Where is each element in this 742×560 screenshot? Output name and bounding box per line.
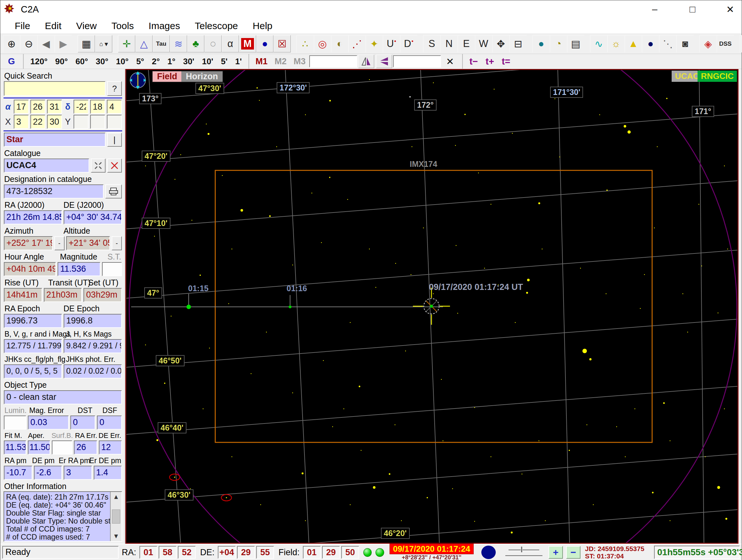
menu-item-file[interactable]: File <box>7 20 38 31</box>
earth-map-icon[interactable]: ● <box>532 35 550 52</box>
ccd-frame-icon[interactable]: ◈ <box>699 35 717 52</box>
fov-preset-1deg[interactable]: 1° <box>164 57 179 66</box>
de-digit-box[interactable]: +04 <box>218 546 236 559</box>
time-step-button-−[interactable]: t− <box>466 56 482 67</box>
scroll-down-icon[interactable]: ▼ <box>113 531 119 541</box>
fov-preset-60deg[interactable]: 60° <box>72 57 92 66</box>
flip-horizontal-icon[interactable] <box>358 55 374 68</box>
delta-coord-input[interactable] <box>107 100 122 114</box>
x-coord-input[interactable] <box>47 115 62 129</box>
satellites-icon[interactable]: ⋱ <box>659 35 677 52</box>
tab-horizon[interactable]: Horizon <box>181 71 223 82</box>
delta-coord-input[interactable] <box>90 100 105 114</box>
sun-icon[interactable]: ☼ <box>607 35 625 52</box>
time-speed-slider[interactable] <box>503 546 544 559</box>
crossed-frame-icon[interactable]: ☒ <box>273 35 291 52</box>
delta-coord-input[interactable] <box>73 100 89 114</box>
zoom-in-icon[interactable]: ⊕ <box>3 35 20 52</box>
maximize-button[interactable]: □ <box>685 4 699 15</box>
object-goto-input[interactable] <box>393 55 441 67</box>
minimize-button[interactable]: – <box>648 4 662 15</box>
variable-stars-icon[interactable]: ∿ <box>590 35 607 52</box>
grid-icon[interactable]: ▦ <box>78 35 95 52</box>
de-digit-box[interactable]: 55 <box>256 546 274 559</box>
tab-field[interactable]: Field <box>152 71 182 82</box>
direction-south-icon[interactable]: S <box>423 35 440 52</box>
time-plus-button[interactable]: + <box>548 546 563 559</box>
direction-west-icon[interactable]: W <box>475 35 492 52</box>
time-step-button-=[interactable]: t= <box>498 56 514 67</box>
menu-item-edit[interactable]: Edit <box>38 20 69 31</box>
moon-phase-icon[interactable]: ◐ <box>331 35 348 52</box>
ra-digit-box[interactable]: 52 <box>178 546 196 559</box>
menu-item-telescope[interactable]: Telescope <box>188 20 245 31</box>
uranus-icon[interactable]: U● <box>383 35 400 52</box>
constellation-lines-icon[interactable]: △ <box>135 35 153 52</box>
greek-letters-icon[interactable]: α <box>222 35 239 52</box>
y-coord-input[interactable] <box>90 115 105 129</box>
double-stars-icon[interactable]: ∴ <box>297 35 314 52</box>
alpha-coord-input[interactable] <box>14 100 29 114</box>
comets-icon[interactable]: ✦ <box>366 35 383 52</box>
search-help-button[interactable]: ? <box>107 81 122 96</box>
fov-preset-90deg[interactable]: 90° <box>52 57 72 66</box>
previous-object-button[interactable] <box>91 159 106 173</box>
direction-north-icon[interactable]: N <box>440 35 458 52</box>
field-circle-icon[interactable]: ◌ <box>204 35 222 52</box>
history-back-icon[interactable]: ◀ <box>38 35 55 52</box>
fov-preset-10deg[interactable]: 10° <box>112 57 132 66</box>
fov-preset-30min[interactable]: 30' <box>179 57 198 66</box>
next-object-button[interactable] <box>107 159 122 173</box>
sky-chart[interactable]: Field Horizon UCAC4 RNGCIC IMX174 09/17/… <box>125 69 739 544</box>
alpha-coord-input[interactable] <box>31 100 45 114</box>
x-coord-input[interactable] <box>31 115 45 129</box>
menu-item-help[interactable]: Help <box>245 20 280 31</box>
twilight-icon[interactable]: ▲ <box>625 35 642 52</box>
y-coord-input[interactable] <box>73 115 89 129</box>
marker-button-m3[interactable]: M3 <box>290 57 309 66</box>
chart-settings-icon[interactable]: ▤ <box>567 35 584 52</box>
planet-d-icon[interactable]: D● <box>400 35 417 52</box>
time-minus-button[interactable]: − <box>566 546 581 559</box>
altitude-options-button[interactable]: - <box>112 236 122 250</box>
fov-preset-10min[interactable]: 10' <box>198 57 217 66</box>
fov-preset-1min[interactable]: 1' <box>231 57 246 66</box>
scroll-up-icon[interactable]: ▲ <box>113 492 119 502</box>
alpha-coord-input[interactable] <box>47 100 62 114</box>
object-pin-button[interactable]: | <box>107 133 122 147</box>
messier-labels-icon[interactable]: M <box>239 35 256 52</box>
azimuth-options-button[interactable]: - <box>54 236 65 250</box>
dss-image-icon[interactable]: DSS <box>717 35 734 52</box>
pan-view-icon[interactable]: ✥ <box>492 35 510 52</box>
de-digit-box[interactable]: 29 <box>237 546 255 559</box>
observatory-dome-icon[interactable]: ⌂ ▾ <box>95 35 112 52</box>
horizon-view-icon[interactable]: ⊟ <box>510 35 527 52</box>
night-vision-icon[interactable]: ● <box>642 35 659 52</box>
clock-icon[interactable]: ◔ <box>550 35 567 52</box>
milky-way-icon[interactable]: ≋ <box>170 35 187 52</box>
clear-button[interactable]: ✕ <box>441 56 459 67</box>
fov-preset-2deg[interactable]: 2° <box>148 57 164 66</box>
nebulae-icon[interactable]: ◎ <box>314 35 331 52</box>
asteroids-icon[interactable]: ⋰ <box>348 35 366 52</box>
slider-thumb[interactable] <box>521 546 523 553</box>
print-button[interactable] <box>105 184 122 199</box>
field-digit-box[interactable]: 29 <box>322 546 340 559</box>
menu-item-view[interactable]: View <box>69 20 104 31</box>
catalogue-badge-rngcic[interactable]: RNGCIC <box>697 71 737 82</box>
time-step-button-+[interactable]: t+ <box>482 56 498 67</box>
marker-button-m2[interactable]: M2 <box>271 57 290 66</box>
field-digit-box[interactable]: 50 <box>341 546 359 559</box>
scroll-thumb[interactable] <box>112 509 120 523</box>
info-scrollbar[interactable]: ▲ ▼ <box>110 492 121 541</box>
center-coordinates-icon[interactable]: ✛ <box>118 35 135 52</box>
deep-sky-icon[interactable]: ● <box>256 35 273 52</box>
landscape-icon[interactable]: ♣ <box>187 35 204 52</box>
fov-preset-5min[interactable]: 5' <box>217 57 231 66</box>
constellation-names-icon[interactable]: Tau <box>153 35 170 52</box>
menu-item-tools[interactable]: Tools <box>104 20 141 31</box>
x-coord-input[interactable] <box>14 115 29 129</box>
y-coord-input[interactable] <box>107 115 122 129</box>
ra-digit-box[interactable]: 58 <box>159 546 176 559</box>
direction-east-icon[interactable]: E <box>458 35 475 52</box>
